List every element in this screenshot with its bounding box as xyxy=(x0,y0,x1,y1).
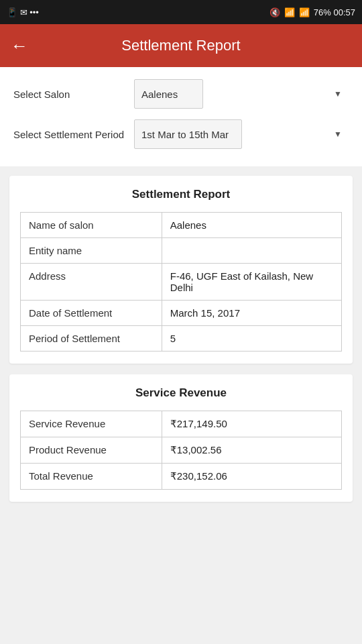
row-label: Name of salon xyxy=(21,213,162,238)
row-label: Total Revenue xyxy=(21,464,162,490)
salon-select-wrapper: Aalenes Other Salon xyxy=(134,79,349,109)
row-label: Period of Settlement xyxy=(21,326,162,352)
salon-label: Select Salon xyxy=(13,89,134,100)
table-row: AddressF-46, UGF East of Kailash, New De… xyxy=(21,264,342,301)
salon-select[interactable]: Aalenes Other Salon xyxy=(134,79,203,109)
settlement-report-title: Settlement Report xyxy=(20,188,342,201)
row-label: Address xyxy=(21,264,162,301)
service-revenue-title: Service Revenue xyxy=(20,386,342,400)
row-label: Product Revenue xyxy=(21,437,162,464)
back-button[interactable]: ← xyxy=(11,37,28,54)
period-row: Select Settlement Period 1st Mar to 15th… xyxy=(13,119,349,149)
row-value: Aalenes xyxy=(162,213,341,238)
header: ← Settlement Report xyxy=(0,24,362,67)
row-value: 5 xyxy=(162,326,341,352)
service-revenue-card: Service Revenue Service Revenue₹217,149.… xyxy=(9,374,353,502)
status-bar-right: 🔇 📶 📶 76% 00:57 xyxy=(269,7,355,17)
wifi-icon: 📶 xyxy=(284,7,295,17)
row-label: Service Revenue xyxy=(21,411,162,437)
table-row: Total Revenue₹230,152.06 xyxy=(21,464,342,490)
status-bar: 📱 ✉ ••• 🔇 📶 📶 76% 00:57 xyxy=(0,0,362,24)
period-label: Select Settlement Period xyxy=(13,129,134,140)
row-label: Date of Settlement xyxy=(21,301,162,326)
table-row: Name of salonAalenes xyxy=(21,213,342,238)
page-title: Settlement Report xyxy=(39,37,323,54)
row-value xyxy=(162,238,341,264)
form-area: Select Salon Aalenes Other Salon Select … xyxy=(0,67,362,166)
row-value: ₹217,149.50 xyxy=(162,411,341,437)
settlement-report-card: Settlement Report Name of salonAalenesEn… xyxy=(9,176,353,364)
table-row: Entity name xyxy=(21,238,342,264)
table-row: Service Revenue₹217,149.50 xyxy=(21,411,342,437)
row-value: March 15, 2017 xyxy=(162,301,341,326)
row-value: F-46, UGF East of Kailash, New Delhi xyxy=(162,264,341,301)
settlement-report-table: Name of salonAalenesEntity nameAddressF-… xyxy=(20,212,342,352)
battery-text: 76% 00:57 xyxy=(314,7,355,17)
service-revenue-table: Service Revenue₹217,149.50Product Revenu… xyxy=(20,411,342,490)
row-value: ₹230,152.06 xyxy=(162,464,341,490)
table-row: Product Revenue₹13,002.56 xyxy=(21,437,342,464)
status-bar-left: 📱 ✉ ••• xyxy=(7,7,39,17)
period-select[interactable]: 1st Mar to 15th Mar 16th Mar to 31st Mar xyxy=(134,119,242,149)
table-row: Date of SettlementMarch 15, 2017 xyxy=(21,301,342,326)
content-area: Settlement Report Name of salonAalenesEn… xyxy=(0,166,362,522)
row-label: Entity name xyxy=(21,238,162,264)
status-icons: 📱 ✉ ••• xyxy=(7,7,39,17)
row-value: ₹13,002.56 xyxy=(162,437,341,464)
table-row: Period of Settlement5 xyxy=(21,326,342,352)
period-select-wrapper: 1st Mar to 15th Mar 16th Mar to 31st Mar xyxy=(134,119,349,149)
salon-row: Select Salon Aalenes Other Salon xyxy=(13,79,349,109)
signal-icon: 📶 xyxy=(299,7,310,17)
mute-icon: 🔇 xyxy=(269,7,280,17)
